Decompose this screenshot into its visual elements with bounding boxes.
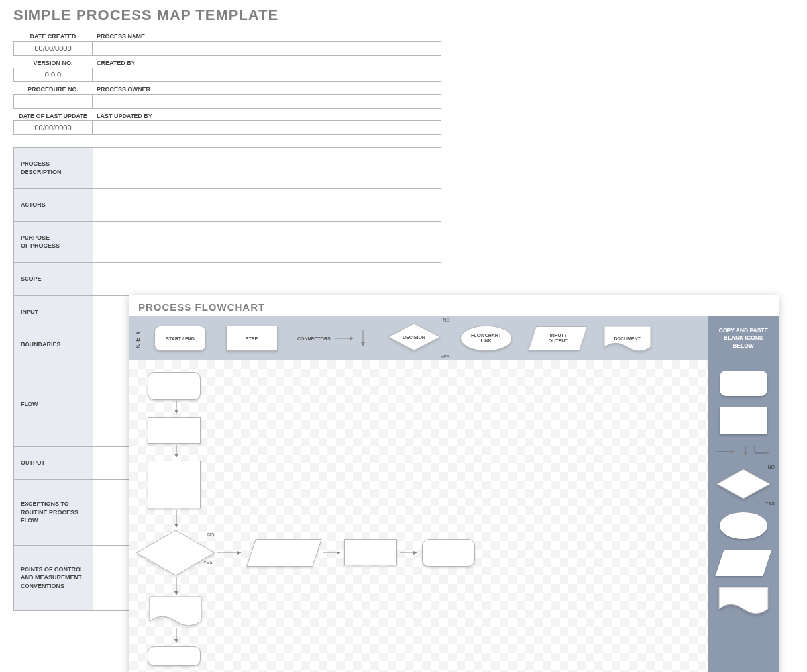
canvas-io-shape[interactable] <box>246 539 322 567</box>
desc-label: OUTPUT <box>21 459 45 467</box>
field-date-created[interactable]: 00/00/0000 <box>13 41 93 56</box>
key-flowchart-link-icon: FLOWCHART LINK <box>460 326 512 351</box>
arrow-down-icon <box>358 328 368 348</box>
key-label: KEY <box>134 328 141 349</box>
label-date-last-update: DATE OF LAST UPDATE <box>13 110 93 120</box>
desc-value[interactable] <box>93 222 441 262</box>
flowchart-key-strip: KEY START / END STEP CONNECTORS DECISION… <box>129 316 779 360</box>
key-decision-no: NO <box>443 318 450 322</box>
label-process-owner: PROCESS OWNER <box>93 83 441 94</box>
field-procedure-no[interactable] <box>13 94 93 109</box>
palette-parallelogram-icon[interactable] <box>716 550 772 576</box>
arrow-right-icon <box>400 548 419 557</box>
diamond-icon: DECISION <box>388 323 441 351</box>
key-input-output-icon: INPUT / OUTPUT <box>528 326 588 350</box>
key-decision-yes: YES <box>441 354 450 359</box>
palette-oval-icon[interactable] <box>720 512 767 539</box>
arrow-down-icon <box>172 577 181 597</box>
field-version-no[interactable]: 0.0.0 <box>13 68 93 82</box>
desc-label: EXCEPTIONS TOROUTINE PROCESS FLOW <box>21 500 86 525</box>
palette-document-icon[interactable] <box>718 587 769 617</box>
label-version-no: VERSION NO. <box>13 57 93 68</box>
canvas-step-shape[interactable] <box>148 417 201 444</box>
key-start-end-icon: START / END <box>154 326 206 351</box>
label-process-name: PROCESS NAME <box>93 30 441 41</box>
desc-label: INPUT <box>21 308 38 316</box>
flowchart-title: PROCESS FLOWCHART <box>129 295 779 316</box>
arrow-down-icon <box>172 510 181 530</box>
svg-marker-17 <box>717 469 770 499</box>
canvas-step-shape[interactable] <box>148 461 201 508</box>
field-created-by[interactable] <box>93 68 441 82</box>
palette-rounded-rect-icon[interactable] <box>720 371 767 396</box>
canvas-decision-no: NO <box>207 532 215 537</box>
palette-diamond-no: NO <box>768 465 775 469</box>
key-step-icon: STEP <box>226 326 278 351</box>
desc-label: BOUNDARIES <box>21 340 61 349</box>
field-process-name[interactable] <box>93 41 441 56</box>
palette-rect-icon[interactable] <box>720 407 767 434</box>
palette-diamond-icon[interactable] <box>716 469 771 499</box>
field-date-last-update[interactable]: 00/00/0000 <box>13 120 93 135</box>
desc-label: PURPOSEOF PROCESS <box>21 234 60 250</box>
arrow-down-icon <box>172 401 181 416</box>
arrow-right-icon <box>323 548 343 557</box>
metadata-grid: DATE CREATED PROCESS NAME 00/00/0000 VER… <box>13 30 441 135</box>
palette-diamond-yes: YES <box>765 501 775 506</box>
flowchart-panel: PROCESS FLOWCHART KEY START / END STEP C… <box>129 295 779 618</box>
flowchart-canvas[interactable]: NO YES <box>129 360 708 618</box>
label-date-created: DATE CREATED <box>13 30 93 41</box>
desc-label: POINTS OF CONTROLAND MEASUREMENTCONVENTI… <box>21 565 84 591</box>
page-title: SIMPLE PROCESS MAP TEMPLATE <box>13 7 794 24</box>
arrow-right-icon <box>217 548 243 557</box>
canvas-start-shape[interactable] <box>148 372 201 400</box>
canvas-end-shape[interactable] <box>422 539 475 567</box>
key-connectors-label: CONNECTORS <box>297 336 331 341</box>
label-last-updated-by: LAST UPDATED BY <box>93 110 441 120</box>
desc-label: PROCESSDESCRIPTION <box>21 160 62 176</box>
canvas-decision-yes: YES <box>203 560 213 565</box>
copy-paste-header: COPY AND PASTE BLANK ICONS BELOW <box>708 316 779 360</box>
desc-value[interactable] <box>93 189 441 221</box>
arrow-down-icon <box>172 445 181 459</box>
shape-palette: NO YES <box>708 360 779 618</box>
key-connectors: CONNECTORS <box>297 328 368 348</box>
canvas-document-shape[interactable] <box>149 596 202 618</box>
desc-label: ACTORS <box>21 201 46 209</box>
desc-value[interactable] <box>93 263 441 295</box>
svg-text:DECISION: DECISION <box>403 335 425 340</box>
desc-label: FLOW <box>21 400 38 408</box>
desc-label: SCOPE <box>21 275 42 283</box>
canvas-step-shape[interactable] <box>344 539 397 565</box>
svg-marker-7 <box>136 530 215 575</box>
arrow-right-icon <box>333 334 356 343</box>
key-decision: DECISION NO YES <box>388 323 441 354</box>
label-procedure-no: PROCEDURE NO. <box>13 83 93 94</box>
key-document-icon: DOCUMENT <box>604 326 651 351</box>
field-last-updated-by[interactable] <box>93 120 441 135</box>
canvas-decision-shape[interactable] <box>136 530 215 576</box>
desc-value[interactable] <box>93 148 441 188</box>
palette-connectors-icon[interactable] <box>715 445 772 458</box>
label-created-by: CREATED BY <box>93 57 441 68</box>
field-process-owner[interactable] <box>93 94 441 109</box>
